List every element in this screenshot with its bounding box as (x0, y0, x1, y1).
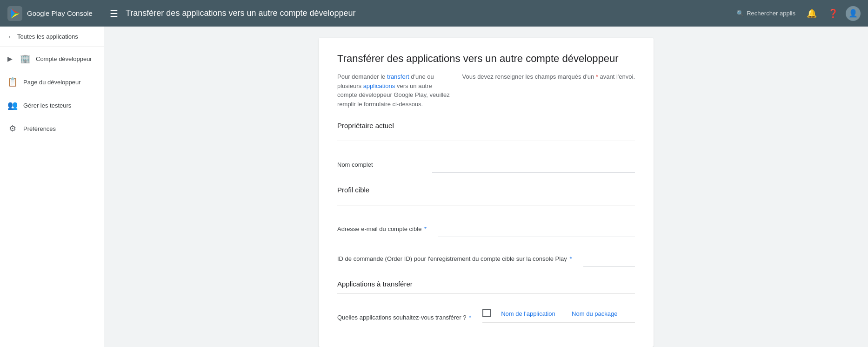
play-store-logo (7, 6, 22, 21)
search-label: Rechercher applis (747, 10, 795, 17)
transfer-link[interactable]: transfert (387, 73, 409, 80)
apps-question-label: Quelles applications souhaitez-vous tran… (337, 305, 471, 322)
select-all-checkbox[interactable] (482, 309, 491, 317)
apps-table: Nom de l'application Nom du package (482, 305, 635, 323)
fullname-label: Nom complet (337, 152, 421, 169)
email-input[interactable] (438, 217, 635, 231)
applications-link[interactable]: applications (363, 82, 395, 89)
avatar-icon: 👤 (848, 9, 858, 18)
back-label: Toutes les applications (17, 33, 78, 40)
divider-target (337, 205, 635, 205)
section-apps-title: Applications à transférer (337, 280, 635, 288)
form-card: Transférer des applications vers un autr… (319, 38, 654, 347)
help-button[interactable]: ❓ (824, 5, 842, 22)
fullname-input[interactable] (432, 152, 635, 167)
notification-button[interactable]: 🔔 (803, 5, 821, 22)
form-description-text: Pour demander le transfert d'une ou plus… (337, 72, 451, 109)
sidebar-item-developer-page[interactable]: 📋 Page du développeur (0, 70, 104, 94)
sidebar-label-developer-account: Compte développeur (36, 55, 92, 62)
menu-icon[interactable]: ☰ (110, 8, 118, 19)
apps-table-header: Nom de l'application Nom du package (482, 305, 635, 323)
apps-required-star: * (469, 314, 471, 321)
header-actions: 🔍 Rechercher applis 🔔 ❓ 👤 (733, 5, 861, 22)
section-target-title: Profil cible (337, 186, 635, 197)
app-name-column-header: Nom de l'application (501, 310, 564, 317)
required-note: Vous devez renseigner les champs marqués… (462, 72, 635, 109)
manage-testers-icon: 👥 (7, 100, 18, 110)
form-description: Pour demander le transfert d'une ou plus… (337, 72, 635, 109)
checkbox-col-header (482, 309, 494, 319)
orderid-required-star: * (569, 255, 572, 262)
orderid-input[interactable] (583, 246, 635, 261)
preferences-icon: ⚙ (7, 123, 18, 134)
fullname-input-wrapper (432, 152, 635, 173)
help-icon: ❓ (828, 8, 838, 19)
logo-area: Google Play Console (7, 6, 110, 21)
app-title: Google Play Console (27, 9, 93, 17)
orderid-label: ID de commande (Order ID) pour l'enregis… (337, 246, 572, 263)
sidebar-back-item[interactable]: ← Toutes les applications (0, 27, 104, 47)
fullname-row: Nom complet (337, 152, 635, 173)
sidebar-item-developer-account[interactable]: ▶ 🏢 Compte développeur (0, 47, 104, 70)
developer-page-icon: 📋 (7, 77, 18, 87)
main-layout: ← Toutes les applications ▶ 🏢 Compte dév… (0, 27, 868, 347)
content-area: Transférer des applications vers un autr… (104, 27, 868, 347)
chevron-icon: ▶ (7, 55, 13, 62)
sidebar-label-preferences: Préférences (23, 125, 56, 132)
email-input-wrapper (438, 217, 635, 237)
divider-owner (337, 141, 635, 141)
sidebar: ← Toutes les applications ▶ 🏢 Compte dév… (0, 27, 104, 347)
email-required-star: * (424, 225, 427, 232)
sidebar-label-developer-page: Page du développeur (23, 79, 81, 86)
notification-icon: 🔔 (807, 8, 817, 19)
search-icon: 🔍 (736, 10, 744, 17)
email-row: Adresse e-mail du compte cible * (337, 217, 635, 237)
back-arrow-icon: ← (7, 33, 13, 40)
developer-account-icon: 🏢 (20, 54, 30, 64)
sidebar-label-manage-testers: Gérer les testeurs (23, 102, 71, 109)
email-label: Adresse e-mail du compte cible * (337, 217, 427, 233)
form-title: Transférer des applications vers un autr… (337, 53, 635, 65)
orderid-row: ID de commande (Order ID) pour l'enregis… (337, 246, 635, 267)
sidebar-item-manage-testers[interactable]: 👥 Gérer les testeurs (0, 94, 104, 117)
apps-question-row: Quelles applications souhaitez-vous tran… (337, 305, 635, 323)
header-page-title: Transférer des applications vers un autr… (126, 8, 733, 18)
avatar[interactable]: 👤 (846, 6, 861, 21)
package-name-column-header: Nom du package (572, 310, 635, 317)
orderid-input-wrapper (583, 246, 635, 267)
sidebar-item-preferences[interactable]: ⚙ Préférences (0, 117, 104, 140)
top-header: Google Play Console ☰ Transférer des app… (0, 0, 868, 27)
section-owner-title: Propriétaire actuel (337, 122, 635, 133)
divider-apps (337, 293, 635, 294)
search-area[interactable]: 🔍 Rechercher applis (733, 8, 799, 19)
